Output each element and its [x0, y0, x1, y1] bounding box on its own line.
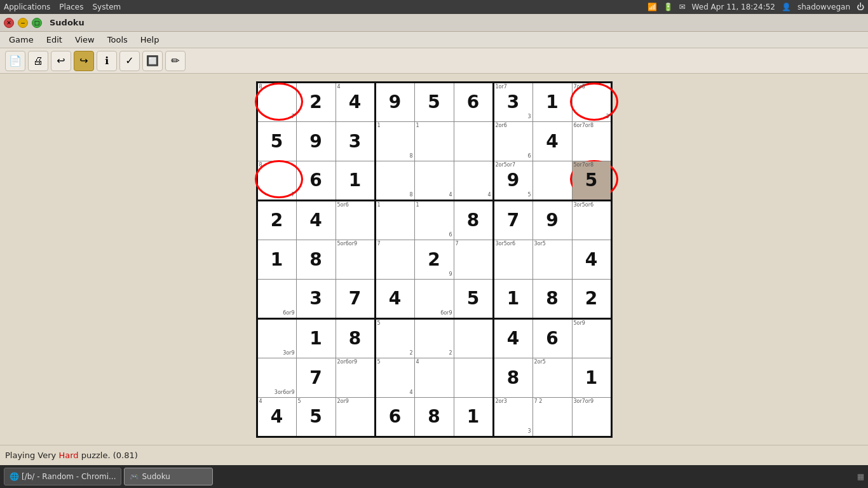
cell-r3c4[interactable]: 8 — [375, 161, 414, 200]
cell-r5c5[interactable]: 29 — [414, 240, 454, 279]
topbar-applications[interactable]: Applications — [4, 3, 50, 11]
cell-r8c3[interactable]: 2or6or9 — [336, 358, 375, 397]
cell-r5c1[interactable]: 1 — [257, 240, 296, 279]
cell-r2c5[interactable]: 1 — [414, 121, 454, 161]
cell-r9c8[interactable]: 7 2 — [532, 397, 572, 437]
cell-r4c3[interactable]: 5or6 — [336, 200, 375, 240]
cell-r2c7[interactable]: 2or66 — [493, 121, 532, 161]
hint-button[interactable]: 🔲 — [142, 51, 163, 71]
topbar-system[interactable]: System — [92, 3, 121, 11]
cell-r7c7[interactable]: 4 — [493, 318, 532, 358]
cell-r7c9[interactable]: 5or9 — [572, 318, 611, 358]
cell-r6c8[interactable]: 8 — [532, 279, 572, 318]
cell-r4c8[interactable]: 9 — [532, 200, 572, 240]
cell-r9c4[interactable]: 6 — [375, 397, 414, 437]
taskbar-chrome[interactable]: 🌐 [/b/ - Random - Chromi... — [4, 468, 121, 485]
cell-r6c7[interactable]: 1 — [493, 279, 532, 318]
cell-r3c8[interactable] — [532, 161, 572, 200]
cell-r1c1[interactable]: 87 — [257, 82, 296, 121]
cell-r8c2[interactable]: 7 — [296, 358, 336, 397]
cell-r7c4[interactable]: 52 — [375, 318, 414, 358]
check-button[interactable]: ✓ — [119, 51, 140, 71]
cell-r1c8[interactable]: 1 — [532, 82, 572, 121]
cell-r4c9[interactable]: 3or5or6 — [572, 200, 611, 240]
cell-r9c5[interactable]: 8 — [414, 397, 454, 437]
cell-r2c6[interactable] — [454, 121, 493, 161]
undo-button[interactable]: ↩ — [51, 51, 71, 71]
close-button[interactable]: ✕ — [4, 18, 14, 28]
cell-r9c7[interactable]: 2or33 — [493, 397, 532, 437]
redo-button[interactable]: ↪ — [74, 51, 94, 71]
cell-r2c3[interactable]: 3 — [336, 121, 375, 161]
cell-r2c2[interactable]: 9 — [296, 121, 336, 161]
menu-edit[interactable]: Edit — [41, 34, 67, 46]
menu-view[interactable]: View — [70, 34, 100, 46]
cell-r1c3[interactable]: 44 — [336, 82, 375, 121]
cell-r8c1[interactable]: 3or6or9 — [257, 358, 296, 397]
cell-r7c5[interactable]: 2 — [414, 318, 454, 358]
cell-r6c2[interactable]: 3 — [296, 279, 336, 318]
cell-r1c5[interactable]: 5 — [414, 82, 454, 121]
cell-r9c6[interactable]: 1 — [454, 397, 493, 437]
cell-r9c3[interactable]: 2or9 — [336, 397, 375, 437]
cell-r3c3[interactable]: 1 — [336, 161, 375, 200]
cell-r5c4[interactable]: 7 — [375, 240, 414, 279]
cell-r6c4[interactable]: 4 — [375, 279, 414, 318]
cell-r1c2[interactable]: 2 — [296, 82, 336, 121]
cell-r7c8[interactable]: 6 — [532, 318, 572, 358]
cell-r8c7[interactable]: 8 — [493, 358, 532, 397]
cell-r8c5[interactable]: 4 — [414, 358, 454, 397]
cell-r4c5[interactable]: 16 — [414, 200, 454, 240]
cell-r5c8[interactable]: 3or5 — [532, 240, 572, 279]
menu-help[interactable]: Help — [135, 34, 165, 46]
maximize-button[interactable]: □ — [32, 18, 42, 28]
cell-r3c5[interactable]: 4 — [414, 161, 454, 200]
cell-r4c7[interactable]: 7 — [493, 200, 532, 240]
info-button[interactable]: ℹ — [97, 51, 117, 71]
cell-r5c6[interactable]: 7 — [454, 240, 493, 279]
cell-r5c9[interactable]: 4 — [572, 240, 611, 279]
cell-r9c9[interactable]: 3or7or9 — [572, 397, 611, 437]
cell-r3c7[interactable]: 2or5or795 — [493, 161, 532, 200]
cell-r5c2[interactable]: 8 — [296, 240, 336, 279]
taskbar-sudoku[interactable]: 🎮 Sudoku — [124, 468, 213, 485]
cell-r6c6[interactable]: 5 — [454, 279, 493, 318]
cell-r7c3[interactable]: 8 — [336, 318, 375, 358]
shutdown-icon[interactable]: ⏻ — [857, 3, 864, 11]
cell-r5c3[interactable]: 5or6or9 — [336, 240, 375, 279]
cell-r7c1[interactable]: 3or9 — [257, 318, 296, 358]
cell-r4c6[interactable]: 8 — [454, 200, 493, 240]
cell-r2c8[interactable]: 4 — [532, 121, 572, 161]
cell-r4c1[interactable]: 2 — [257, 200, 296, 240]
cell-r3c2[interactable]: 6 — [296, 161, 336, 200]
menu-tools[interactable]: Tools — [102, 34, 133, 46]
cell-r1c7[interactable]: 1or733 — [493, 82, 532, 121]
cell-r6c9[interactable]: 2 — [572, 279, 611, 318]
cell-r3c6[interactable]: 4 — [454, 161, 493, 200]
minimize-button[interactable]: − — [18, 18, 28, 28]
cell-r2c9[interactable]: 6or7or8 — [572, 121, 611, 161]
topbar-places[interactable]: Places — [59, 3, 83, 11]
cell-r6c5[interactable]: 6or9 — [414, 279, 454, 318]
cell-r1c6[interactable]: 6 — [454, 82, 493, 121]
cell-r7c2[interactable]: 1 — [296, 318, 336, 358]
cell-r1c4[interactable]: 9 — [375, 82, 414, 121]
cell-r1c9[interactable]: 7or83 — [572, 82, 611, 121]
cell-r3c9[interactable]: 5or7or85 — [572, 161, 611, 200]
cell-r3c1[interactable]: 87 — [257, 161, 296, 200]
cell-r2c4[interactable]: 18 — [375, 121, 414, 161]
cell-r8c6[interactable] — [454, 358, 493, 397]
cell-r5c7[interactable]: 3or5or6 — [493, 240, 532, 279]
cell-r6c1[interactable]: 6or9 — [257, 279, 296, 318]
pencil-button[interactable]: ✏ — [165, 51, 186, 71]
cell-r8c8[interactable]: 2or5 — [532, 358, 572, 397]
cell-r8c9[interactable]: 1 — [572, 358, 611, 397]
cell-r8c4[interactable]: 54 — [375, 358, 414, 397]
print-button[interactable]: 🖨 — [28, 51, 48, 71]
cell-r4c2[interactable]: 4 — [296, 200, 336, 240]
cell-r2c1[interactable]: 5 — [257, 121, 296, 161]
cell-r6c3[interactable]: 7 — [336, 279, 375, 318]
menu-game[interactable]: Game — [4, 34, 39, 46]
cell-r9c2[interactable]: 55 — [296, 397, 336, 437]
cell-r4c4[interactable]: 1 — [375, 200, 414, 240]
